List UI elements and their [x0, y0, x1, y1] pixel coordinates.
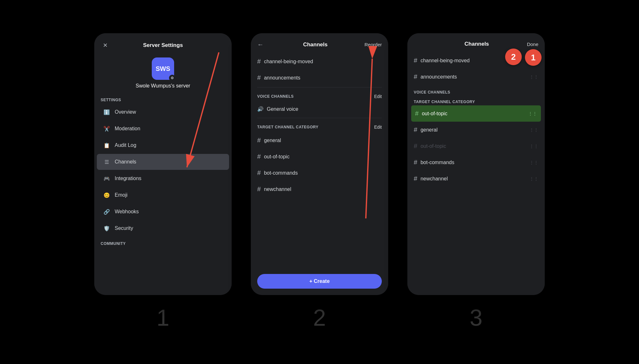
- channels-icon: ☰: [103, 158, 110, 165]
- settings-item-label: Channels: [115, 159, 136, 165]
- settings-item-label: Moderation: [115, 126, 140, 132]
- channel-item[interactable]: # out-of-topic: [253, 148, 386, 165]
- voice-section-header: VOICE CHANNELS Edit: [253, 89, 386, 102]
- reorder-channel-item[interactable]: # newchannel ⋮⋮: [410, 171, 542, 187]
- channel-name: newchannel: [264, 186, 382, 192]
- channel-item[interactable]: # channel-being-moved: [253, 53, 386, 70]
- hash-icon: #: [414, 142, 417, 150]
- drag-handle-icon: ⋮⋮: [529, 144, 538, 149]
- channel-item[interactable]: # announcements: [253, 70, 386, 86]
- drag-handle-icon: ⋮⋮: [529, 74, 538, 80]
- target-section-label: TARGET CHANNEL CATEGORY: [257, 125, 319, 129]
- step-number-3: 3: [470, 305, 482, 331]
- channel-name: bot-commands: [420, 160, 526, 165]
- settings-item-label: Emoji: [115, 192, 127, 198]
- settings-item-label: Security: [115, 225, 133, 231]
- channel-name: general: [420, 127, 526, 133]
- hash-icon: #: [257, 186, 261, 193]
- channel-name: general: [264, 138, 382, 143]
- drag-handle-icon: ⋮⋮: [528, 111, 537, 116]
- server-name: Swole Wumpus's server: [136, 83, 190, 89]
- create-button[interactable]: + Create: [257, 274, 382, 289]
- channel-item[interactable]: # general: [253, 132, 386, 148]
- channel-name: announcements: [264, 75, 382, 81]
- reorder-title: Channels: [465, 41, 489, 47]
- emoji-icon: 😊: [103, 192, 110, 199]
- channel-name: bot-commands: [264, 170, 382, 176]
- channel-name: announcements: [420, 74, 526, 80]
- reorder-button[interactable]: Reorder: [365, 42, 382, 47]
- hash-icon: #: [414, 57, 417, 64]
- target-edit-button[interactable]: Edit: [374, 125, 382, 130]
- highlighted-channel-item[interactable]: # out-of-topic ⋮⋮: [411, 105, 541, 122]
- reorder-channel-item-faded[interactable]: # out-of-topic ⋮⋮: [410, 138, 542, 154]
- hash-icon: #: [414, 73, 417, 80]
- hash-icon: #: [257, 58, 261, 65]
- settings-item-emoji[interactable]: 😊 Emoji: [97, 187, 229, 203]
- target-section-header: TARGET CHANNEL CATEGORY Edit: [253, 119, 386, 132]
- drag-handle-icon: ⋮⋮: [529, 176, 538, 181]
- settings-item-audit-log[interactable]: 📋 Audit Log: [97, 137, 229, 153]
- target-category-title: TARGET CHANNEL CATEGORY: [414, 100, 538, 104]
- server-badge: ⚙: [169, 75, 175, 81]
- hash-icon: #: [257, 137, 261, 144]
- step-number-2: 2: [313, 305, 326, 331]
- reorder-channel-item[interactable]: # announcements ⋮⋮: [410, 69, 542, 85]
- audit-log-icon: 📋: [103, 142, 110, 149]
- phone-1: ✕ Server Settings SWS ⚙ Swole: [94, 33, 232, 295]
- voice-edit-button[interactable]: Edit: [374, 94, 382, 99]
- server-info: SWS ⚙ Swole Wumpus's server: [94, 55, 232, 95]
- webhooks-icon: 🔗: [103, 208, 110, 215]
- divider: [257, 87, 382, 87]
- drag-handle-icon: ⋮⋮: [529, 127, 538, 133]
- channels-header: ← Channels Reorder: [251, 33, 388, 53]
- integrations-icon: 🎮: [103, 175, 110, 182]
- security-icon: 🛡️: [103, 225, 110, 232]
- channel-name: out-of-topic: [264, 154, 382, 160]
- phone-2: ← Channels Reorder # channel-being-moved…: [251, 33, 388, 295]
- phone-3: Channels Done # channel-being-moved ⋮⋮ #: [407, 33, 545, 295]
- divider: [257, 118, 382, 118]
- settings-item-security[interactable]: 🛡️ Security: [97, 220, 229, 236]
- hash-icon: #: [257, 153, 261, 160]
- moderation-icon: ✂️: [103, 125, 110, 132]
- settings-item-label: Integrations: [115, 176, 142, 181]
- hash-icon: #: [414, 159, 417, 166]
- hash-icon: #: [414, 126, 417, 133]
- channel-item[interactable]: # newchannel: [253, 181, 386, 197]
- close-button[interactable]: ✕: [101, 41, 110, 50]
- reorder-channel-item[interactable]: # bot-commands ⋮⋮: [410, 154, 542, 171]
- voice-section-label: VOICE CHANNELS: [257, 94, 294, 99]
- channel-name: General voice: [267, 106, 382, 112]
- settings-item-label: Webhooks: [115, 209, 139, 215]
- settings-item-label: Audit Log: [115, 142, 136, 148]
- hash-icon: #: [257, 169, 261, 177]
- settings-item-overview[interactable]: ℹ️ Overview: [97, 104, 229, 120]
- channel-list: # channel-being-moved # announcements VO…: [251, 53, 388, 269]
- hash-icon: #: [415, 110, 419, 117]
- reorder-header: Channels Done: [407, 33, 545, 52]
- settings-title: Server Settings: [110, 42, 216, 49]
- voice-channel-item[interactable]: 🔊 General voice: [253, 102, 386, 117]
- reorder-channel-item[interactable]: # general ⋮⋮: [410, 122, 542, 138]
- channel-item[interactable]: # bot-commands: [253, 165, 386, 181]
- channel-name: newchannel: [420, 176, 526, 182]
- step-badge-2: 2: [505, 49, 522, 65]
- community-section-label: Community: [94, 239, 232, 247]
- reorder-channel-item[interactable]: # channel-being-moved ⋮⋮: [410, 52, 542, 69]
- voice-section-label: VOICE CHANNELS: [410, 85, 542, 97]
- done-button[interactable]: Done: [527, 42, 538, 47]
- settings-item-moderation[interactable]: ✂️ Moderation: [97, 121, 229, 137]
- overview-icon: ℹ️: [103, 109, 110, 116]
- step-badge-1: 1: [525, 49, 542, 66]
- hash-icon: #: [414, 175, 417, 182]
- server-icon: SWS ⚙: [152, 57, 174, 80]
- settings-section-label: Settings: [94, 95, 232, 103]
- settings-item-webhooks[interactable]: 🔗 Webhooks: [97, 204, 229, 220]
- settings-item-channels[interactable]: ☰ Channels: [97, 154, 229, 170]
- target-category-header: TARGET CHANNEL CATEGORY: [410, 97, 542, 105]
- hash-icon: #: [257, 74, 261, 81]
- settings-item-integrations[interactable]: 🎮 Integrations: [97, 171, 229, 186]
- back-button[interactable]: ←: [257, 41, 266, 48]
- channels-title: Channels: [303, 42, 328, 48]
